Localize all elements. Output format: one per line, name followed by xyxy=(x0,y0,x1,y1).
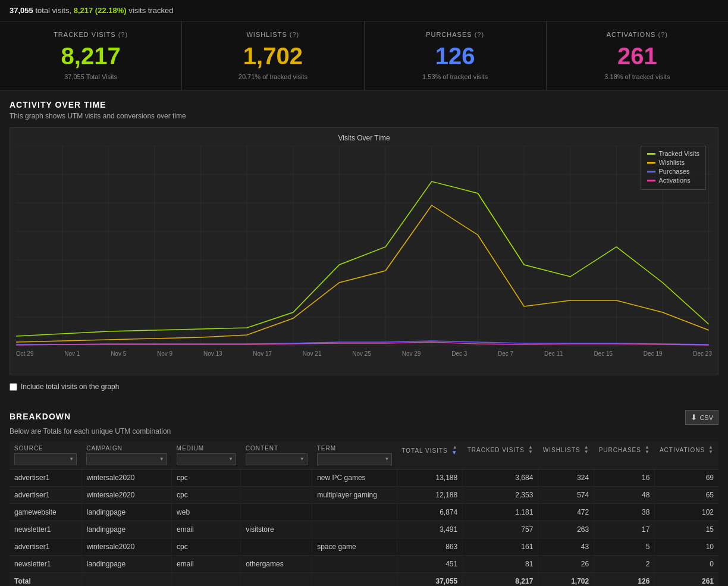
table-row: advertiser1wintersale2020cpcnew PC games… xyxy=(10,469,718,487)
legend-wishlists: Wishlists xyxy=(647,159,699,166)
stat-label-tracked: TRACKED VISITS (?) xyxy=(10,31,172,38)
source-filter[interactable] xyxy=(14,453,77,465)
col-header-wishlists: WISHLISTS ▲▼ xyxy=(538,441,594,469)
stat-sub-wishlists: 20.71% of tracked visits xyxy=(192,73,354,80)
table-row: advertiser1wintersale2020cpcspace game86… xyxy=(10,538,718,556)
chart-area: 0 200 400 600 800 1,000 1,200 xyxy=(16,146,712,348)
legend-color-wishlists xyxy=(647,162,655,164)
table-row: gamewebsitelandingpageweb6,8741,18147238… xyxy=(10,504,718,521)
stat-sub-purchases: 1.53% of tracked visits xyxy=(374,73,536,80)
stat-label-activations: ACTIVATIONS (?) xyxy=(556,31,718,38)
legend-color-purchases xyxy=(647,171,655,173)
table-row: advertiser1wintersale2020cpcmultiplayer … xyxy=(10,487,718,504)
col-header-campaign: CAMPAIGN xyxy=(81,441,171,469)
stat-wishlists: WISHLISTS (?) 1,702 20.71% of tracked vi… xyxy=(182,21,364,90)
legend-label-activations: Activations xyxy=(659,177,691,184)
col-header-purchases: PURCHASES ▲▼ xyxy=(594,441,655,469)
col-header-content: CONTENT xyxy=(241,441,312,469)
total-visits-value: 37,055 xyxy=(10,6,33,15)
stat-sub-tracked: 37,055 Total Visits xyxy=(10,73,172,80)
campaign-filter[interactable] xyxy=(86,453,167,465)
stat-purchases: PURCHASES (?) 126 1.53% of tracked visit… xyxy=(365,21,547,90)
col-header-activations: ACTIVATIONS ▲▼ xyxy=(655,441,718,469)
tracked-text: visits tracked xyxy=(128,6,173,15)
table-row: newsletter1landingpageemailvisitstore3,4… xyxy=(10,521,718,538)
activity-subtitle: This graph shows UTM visits and conversi… xyxy=(10,112,718,120)
chart-svg: 0 200 400 600 800 1,000 1,200 xyxy=(16,146,712,348)
chart-title: Visits Over Time xyxy=(16,134,712,142)
stat-sub-activations: 3.18% of tracked visits xyxy=(556,73,718,80)
col-header-source: SOURCE xyxy=(10,441,81,469)
breakdown-title: BREAKDOWN xyxy=(10,412,71,421)
term-filter[interactable] xyxy=(317,453,393,465)
include-total-checkbox-row: Include total visits on the graph xyxy=(10,383,718,391)
stat-activations: ACTIVATIONS (?) 261 3.18% of tracked vis… xyxy=(547,21,728,90)
legend-label-tracked: Tracked Visits xyxy=(659,150,699,157)
tracked-visits-line xyxy=(16,181,709,336)
csv-download-button[interactable]: ⬇ CSV xyxy=(685,410,718,425)
include-total-checkbox[interactable] xyxy=(10,383,17,391)
table-row: Total37,0558,2171,702126261 xyxy=(10,573,718,587)
breakdown-header: BREAKDOWN ⬇ CSV xyxy=(10,410,718,425)
breakdown-table: SOURCE CAMPAIGN ME xyxy=(10,441,718,586)
banner-text: total visits, xyxy=(35,6,71,15)
content-filter[interactable] xyxy=(246,453,307,465)
stat-label-wishlists: WISHLISTS (?) xyxy=(192,31,354,38)
medium-filter[interactable] xyxy=(177,453,236,465)
legend-label-purchases: Purchases xyxy=(659,168,690,175)
stat-value-tracked: 8,217 xyxy=(10,43,172,70)
csv-label: CSV xyxy=(699,414,713,421)
legend-color-activations xyxy=(647,180,655,181)
legend-activations: Activations xyxy=(647,177,699,184)
stat-value-wishlists: 1,702 xyxy=(192,43,354,70)
activity-title: ACTIVITY OVER TIME xyxy=(10,100,718,109)
stat-value-purchases: 126 xyxy=(374,43,536,70)
top-banner: 37,055 total visits, 8,217 (22.18%) visi… xyxy=(0,0,728,21)
stats-row: TRACKED VISITS (?) 8,217 37,055 Total Vi… xyxy=(0,21,728,90)
col-header-tracked-visits: TRACKED VISITS ▲▼ xyxy=(463,441,538,469)
col-header-medium: MEDIUM xyxy=(172,441,241,469)
wishlists-line xyxy=(16,205,709,342)
include-total-label: Include total visits on the graph xyxy=(21,383,119,391)
col-header-total-visits: TOTAL VISITS ▲▼ xyxy=(397,441,462,469)
legend-label-wishlists: Wishlists xyxy=(659,159,685,166)
legend-tracked-visits: Tracked Visits xyxy=(647,150,699,157)
activity-section: ACTIVITY OVER TIME This graph shows UTM … xyxy=(0,90,728,410)
table-row: newsletter1landingpageemailothergames451… xyxy=(10,556,718,573)
x-axis-labels: Oct 29 Nov 1 Nov 5 Nov 9 Nov 13 Nov 17 N… xyxy=(16,348,712,357)
legend-color-tracked xyxy=(647,153,655,155)
download-icon: ⬇ xyxy=(691,413,697,422)
stat-tracked-visits: TRACKED VISITS (?) 8,217 37,055 Total Vi… xyxy=(0,21,182,90)
col-header-term: TERM xyxy=(312,441,397,469)
stat-value-activations: 261 xyxy=(556,43,718,70)
breakdown-section: BREAKDOWN ⬇ CSV Below are Totals for eac… xyxy=(0,410,728,586)
breakdown-subtitle: Below are Totals for each unique UTM com… xyxy=(10,427,718,435)
legend-purchases: Purchases xyxy=(647,168,699,175)
stat-label-purchases: PURCHASES (?) xyxy=(374,31,536,38)
chart-container: Visits Over Time xyxy=(10,127,718,375)
tracked-visits-banner: 8,217 (22.18%) xyxy=(74,6,129,15)
chart-legend: Tracked Visits Wishlists Purchases Activ… xyxy=(641,146,706,190)
